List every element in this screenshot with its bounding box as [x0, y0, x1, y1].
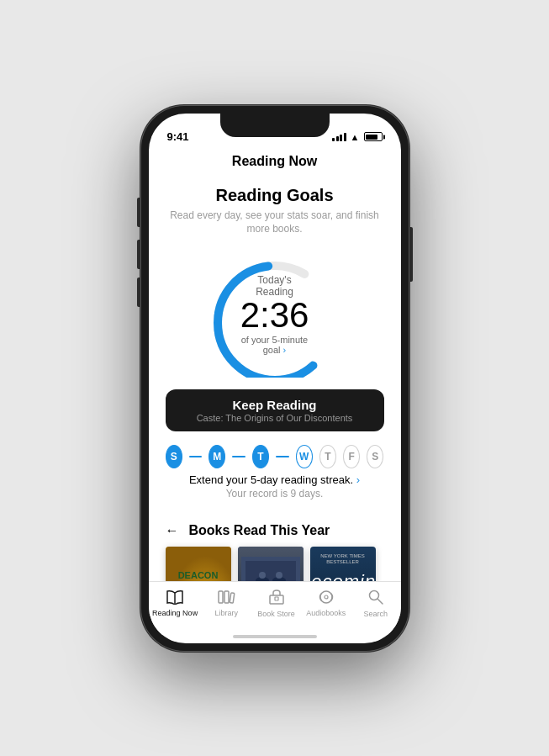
nav-title: Reading Now: [149, 151, 401, 176]
phone-device: 9:41 ▲ Reading Now Reading Goals Read ev…: [140, 105, 409, 652]
audiobooks-icon: [317, 589, 335, 607]
day-thursday: T: [319, 445, 336, 468]
signal-icon: [332, 133, 346, 141]
streak-connector-1: [189, 456, 202, 457]
back-arrow-icon[interactable]: ←: [166, 523, 179, 538]
tab-audiobooks-label: Audiobooks: [306, 609, 346, 617]
svg-point-19: [369, 590, 378, 600]
streak-cta[interactable]: ›: [356, 473, 360, 486]
book-cover-3[interactable]: NEW YORK TIMESBESTSELLER Becoming: [310, 547, 376, 580]
status-time: 9:41: [167, 130, 189, 143]
keep-reading-book: Caste: The Origins of Our Discontents: [176, 413, 374, 423]
svg-point-18: [325, 595, 328, 599]
goals-subtitle: Read every day, see your stats soar, and…: [166, 209, 384, 237]
book-cover-1[interactable]: DEACONKINGKONG James McBride: [166, 547, 231, 580]
day-saturday: S: [367, 445, 383, 468]
library-icon: [217, 589, 235, 607]
battery-icon: [364, 132, 383, 141]
goal-link[interactable]: ›: [283, 345, 287, 355]
streak-record: Your record is 9 days.: [166, 488, 384, 500]
main-content: Reading Goals Read every day, see your s…: [149, 176, 401, 581]
svg-rect-3: [245, 561, 296, 581]
circle-text: Today's Reading 2:36 of your 5-minute go…: [239, 274, 310, 355]
tab-audiobooks[interactable]: Audiobooks: [305, 589, 347, 617]
book-store-icon: [268, 589, 285, 608]
goals-title: Reading Goals: [166, 186, 384, 205]
day-sunday: S: [166, 445, 182, 468]
tab-search[interactable]: Search: [355, 589, 397, 618]
book-2-image: [238, 547, 304, 580]
phone-screen: 9:41 ▲ Reading Now Reading Goals Read ev…: [149, 114, 401, 643]
battery-fill: [366, 135, 377, 140]
notch: [220, 114, 330, 137]
svg-line-20: [377, 599, 383, 604]
books-section: ← Books Read This Year DEACONKINGKONG Ja…: [149, 518, 401, 580]
progress-circle: Today's Reading 2:36 of your 5-minute go…: [149, 245, 401, 384]
book-3-title: Becoming: [310, 571, 376, 580]
search-icon: [367, 589, 384, 608]
tab-book-store[interactable]: Book Store: [256, 589, 298, 618]
goal-text: of your 5-minute goal ›: [239, 335, 310, 355]
books-title: Books Read This Year: [189, 523, 330, 538]
streak-section: S M T W T F S Extend your 5-day reading …: [149, 436, 401, 505]
book-covers-list: DEACONKINGKONG James McBride: [166, 547, 384, 580]
wifi-icon: ▲: [351, 132, 360, 142]
svg-point-6: [259, 572, 266, 579]
tab-book-store-label: Book Store: [257, 610, 295, 618]
svg-point-7: [276, 572, 282, 579]
day-wednesday: W: [296, 445, 313, 468]
streak-connector-3: [276, 456, 288, 457]
day-tuesday: T: [252, 445, 269, 468]
tab-library[interactable]: Library: [205, 589, 247, 617]
books-header: ← Books Read This Year: [166, 523, 384, 538]
svg-rect-14: [230, 592, 235, 602]
week-dots: S M T W T F S: [166, 445, 384, 468]
tab-reading-now[interactable]: Reading Now: [152, 589, 198, 617]
todays-reading-label: Today's Reading: [239, 274, 310, 298]
reading-now-icon: [166, 589, 184, 607]
book-2-svg: [241, 557, 300, 581]
svg-rect-16: [275, 597, 278, 600]
svg-rect-13: [224, 591, 229, 603]
book-1-title: DEACONKINGKONG: [178, 570, 219, 581]
keep-reading-button[interactable]: Keep Reading Caste: The Origins of Our D…: [166, 389, 384, 431]
streak-connector-2: [232, 456, 245, 457]
home-indicator: [233, 635, 317, 638]
reading-goals-section: Reading Goals Read every day, see your s…: [149, 176, 401, 246]
tab-bar: Reading Now Library: [149, 581, 401, 635]
day-friday: F: [343, 445, 360, 468]
book-3-badge: NEW YORK TIMESBESTSELLER: [320, 553, 364, 565]
book-cover-2[interactable]: HIDDENVALLEYROAD Inside the Mind ofan Am…: [238, 547, 304, 580]
keep-reading-label: Keep Reading: [176, 398, 374, 412]
svg-rect-12: [219, 591, 223, 603]
tab-search-label: Search: [364, 610, 388, 618]
circle-wrapper: Today's Reading 2:36 of your 5-minute go…: [203, 251, 346, 378]
day-monday: M: [209, 445, 225, 468]
streak-message: Extend your 5-day reading streak. ›: [166, 473, 384, 486]
tab-library-label: Library: [215, 609, 239, 617]
reading-time: 2:36: [239, 298, 310, 333]
tab-reading-now-label: Reading Now: [152, 609, 198, 617]
status-icons: ▲: [332, 132, 382, 142]
svg-point-17: [320, 591, 332, 603]
